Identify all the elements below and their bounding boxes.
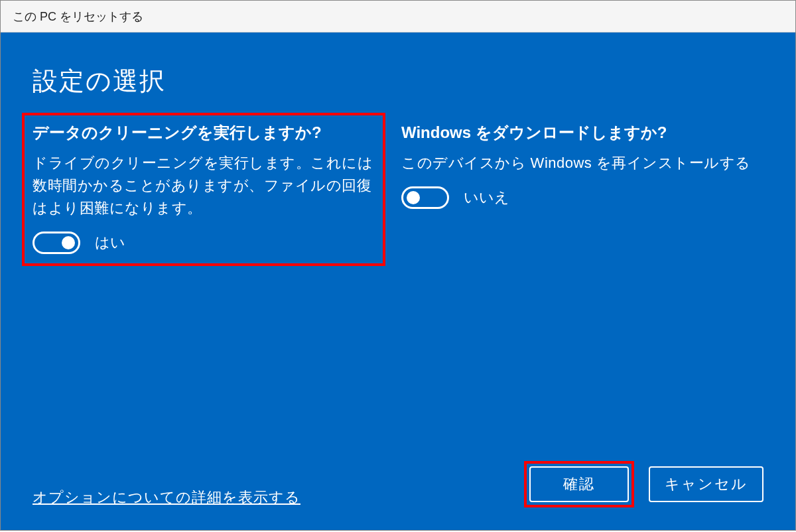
- confirm-highlight: 確認: [524, 461, 634, 507]
- setting-download-windows: Windows をダウンロードしますか? このデバイスから Windows を再…: [399, 122, 762, 266]
- toggle-knob-icon: [407, 191, 420, 204]
- setting-clean-data: データのクリーニングを実行しますか? ドライブのクリーニングを実行します。これに…: [22, 113, 385, 266]
- setting-download-description: このデバイスから Windows を再インストールする: [401, 152, 762, 174]
- cancel-button[interactable]: キャンセル: [649, 466, 763, 502]
- setting-download-title: Windows をダウンロードしますか?: [401, 122, 762, 143]
- button-row: 確認 キャンセル: [524, 461, 763, 507]
- setting-clean-toggle-label: はい: [95, 233, 125, 253]
- titlebar: この PC をリセットする: [1, 1, 795, 33]
- setting-clean-toggle-row: はい: [33, 232, 375, 254]
- setting-download-toggle-row: いいえ: [401, 186, 762, 209]
- dialog-content: 設定の選択 データのクリーニングを実行しますか? ドライブのクリーニングを実行し…: [1, 33, 795, 530]
- setting-clean-description: ドライブのクリーニングを実行します。これには数時間かかることがありますが、ファイ…: [33, 152, 375, 220]
- toggle-knob-icon: [62, 236, 75, 249]
- more-options-link[interactable]: オプションについての詳細を表示する: [33, 488, 300, 507]
- settings-row: データのクリーニングを実行しますか? ドライブのクリーニングを実行します。これに…: [33, 122, 763, 266]
- dialog-footer: オプションについての詳細を表示する 確認 キャンセル: [33, 461, 763, 511]
- setting-clean-title: データのクリーニングを実行しますか?: [33, 122, 375, 143]
- page-title: 設定の選択: [33, 64, 763, 98]
- setting-download-toggle[interactable]: [401, 186, 449, 209]
- reset-pc-dialog: この PC をリセットする 設定の選択 データのクリーニングを実行しますか? ド…: [0, 0, 796, 531]
- setting-clean-toggle[interactable]: [33, 232, 80, 254]
- setting-download-toggle-label: いいえ: [464, 188, 509, 208]
- window-title: この PC をリセットする: [13, 9, 143, 25]
- confirm-button[interactable]: 確認: [529, 466, 629, 502]
